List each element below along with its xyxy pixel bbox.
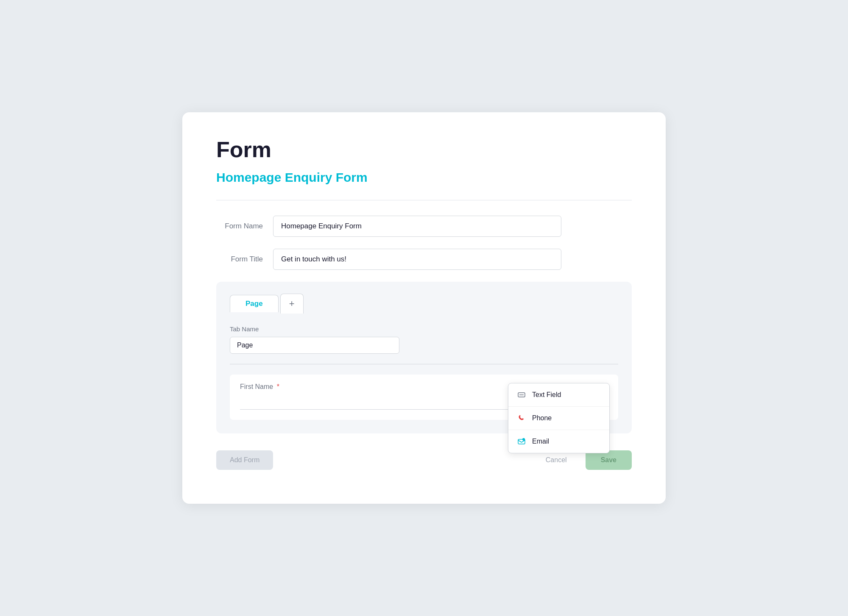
form-name-input[interactable] xyxy=(273,216,561,237)
form-name-row: Form Name xyxy=(216,216,632,237)
dropdown-item-text-field[interactable]: Text Field xyxy=(508,383,609,407)
form-title-row: Form Title xyxy=(216,249,632,270)
tab-name-row: Tab Name xyxy=(230,325,618,354)
phone-label: Phone xyxy=(532,414,552,422)
add-tab-icon: + xyxy=(289,298,295,309)
email-icon xyxy=(517,437,526,446)
page-tab-label: Page xyxy=(245,300,263,308)
tab-name-input[interactable] xyxy=(230,337,399,354)
form-title-input[interactable] xyxy=(273,249,561,270)
dropdown-item-email[interactable]: Email xyxy=(508,430,609,453)
text-field-label: Text Field xyxy=(532,391,561,399)
field-type-dropdown: Text Field Phone xyxy=(508,383,610,453)
form-field-preview: First Name * Text Field xyxy=(230,375,618,420)
svg-point-3 xyxy=(522,438,525,441)
dropdown-item-phone[interactable]: Phone xyxy=(508,407,609,430)
page-tab[interactable]: Page xyxy=(230,295,279,312)
form-subtitle: Homepage Enquiry Form xyxy=(216,170,632,185)
form-title-label: Form Title xyxy=(216,255,263,264)
tab-name-label: Tab Name xyxy=(230,325,618,333)
modal-container: Form Homepage Enquiry Form Form Name For… xyxy=(182,112,666,504)
phone-icon xyxy=(517,413,526,423)
add-tab-button[interactable]: + xyxy=(280,294,304,314)
page-title: Form xyxy=(216,138,632,162)
required-star: * xyxy=(277,383,279,390)
divider xyxy=(216,200,632,200)
field-preview-wrapper: First Name * Text Field xyxy=(240,383,608,410)
form-name-label: Form Name xyxy=(216,222,263,230)
email-label: Email xyxy=(532,438,549,445)
text-field-icon xyxy=(517,390,526,400)
page-section: Page + Tab Name First Name * xyxy=(216,282,632,433)
section-divider xyxy=(230,364,618,364)
tabs-row: Page + xyxy=(230,294,618,314)
add-form-button[interactable]: Add Form xyxy=(216,450,273,470)
